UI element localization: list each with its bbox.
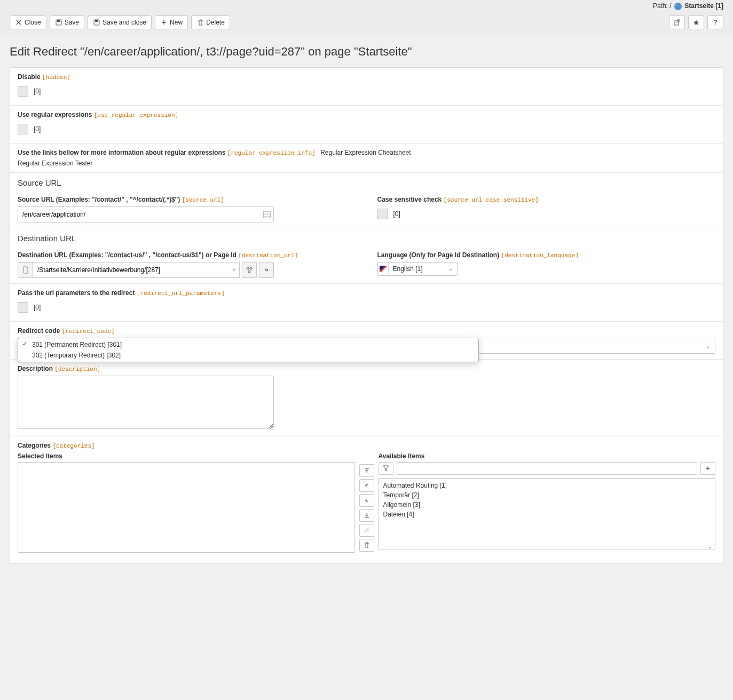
redirect-code-option[interactable]: 301 (Permanent Redirect) [301]: [18, 339, 478, 350]
source-url-input[interactable]: [18, 206, 274, 222]
globe-icon: [674, 3, 682, 10]
star-icon: [692, 19, 700, 26]
categories-meta: [categories]: [52, 443, 94, 449]
edit-item-button[interactable]: [359, 524, 374, 537]
description-textarea[interactable]: [18, 376, 274, 429]
close-button[interactable]: Close: [10, 15, 46, 29]
language-value: English [1]: [389, 262, 444, 275]
form-card: Disable [hidden] [0] Use regular express…: [10, 67, 723, 564]
help-button[interactable]: ?: [707, 15, 723, 29]
redirect-code-meta: [redirect_code]: [62, 328, 115, 335]
regex-info-meta: [regular_expression_info]: [227, 150, 316, 156]
clear-destination-button[interactable]: ×: [232, 266, 236, 274]
source-url-label: Source URL (Examples: "/contact/" , "^/c…: [18, 196, 180, 203]
flag-icon: [378, 263, 389, 275]
link-picker-button[interactable]: [259, 262, 274, 278]
save-icon: [55, 19, 62, 26]
move-up-button[interactable]: [359, 479, 374, 492]
list-item[interactable]: Dateien [4]: [381, 510, 713, 519]
open-new-window-button[interactable]: [669, 15, 685, 29]
categories-filter-input[interactable]: [397, 462, 698, 475]
pass-params-checkbox[interactable]: [18, 302, 28, 313]
redirect-code-select[interactable]: ⌄ 301 (Permanent Redirect) [301] 302 (Te…: [18, 338, 715, 354]
wizard-button[interactable]: [242, 262, 257, 278]
path-page-link[interactable]: Startseite [1]: [684, 2, 723, 10]
categories-available-list[interactable]: Automated Routing [1] Temporär [2] Allge…: [379, 478, 716, 550]
filter-toggle-button[interactable]: [379, 462, 393, 475]
trash-icon: [196, 19, 204, 26]
categories-selected-label: Selected Items: [18, 452, 355, 460]
destination-header: Destination URL: [10, 228, 723, 246]
move-bottom-button[interactable]: [359, 509, 374, 522]
close-icon: [15, 19, 22, 26]
regex-info-label: Use the links bellow for more informatio…: [18, 149, 225, 156]
list-item[interactable]: Temporär [2]: [381, 490, 713, 500]
bookmark-button[interactable]: [688, 15, 704, 29]
delete-label: Delete: [206, 19, 225, 26]
destination-language-select[interactable]: English [1] ⌄: [377, 262, 458, 276]
case-sensitive-label: Case sensitive check: [377, 196, 442, 203]
regex-meta: [use_regular_expression]: [94, 112, 178, 118]
help-icon: ?: [712, 19, 719, 26]
remove-item-button[interactable]: [359, 539, 374, 552]
svg-point-7: [248, 271, 250, 273]
list-item[interactable]: Automated Routing [1]: [381, 481, 713, 490]
chevron-down-icon: ⌄: [444, 266, 457, 272]
pass-params-value: [0]: [34, 304, 41, 311]
new-label: New: [170, 19, 183, 26]
list-item[interactable]: Allgemein [3]: [381, 500, 713, 510]
pass-params-label: Pass the url parameters to the redirect: [18, 289, 135, 297]
categories-selected-list[interactable]: [18, 462, 355, 553]
svg-point-6: [250, 267, 252, 269]
destination-input[interactable]: [33, 262, 240, 278]
path-sep: /: [669, 2, 671, 10]
svg-rect-3: [95, 20, 98, 22]
regex-checkbox[interactable]: [18, 124, 28, 134]
path-breadcrumb: Path: / Startseite [1]: [0, 0, 733, 12]
redirect-code-label: Redirect code: [18, 327, 60, 335]
new-button[interactable]: New: [155, 15, 188, 29]
destination-meta: [destination_url]: [238, 252, 298, 259]
delete-button[interactable]: Delete: [191, 15, 230, 29]
regex-cheatsheet-link[interactable]: Regular Expression Cheatsheet: [320, 149, 411, 156]
disable-value: [0]: [34, 88, 41, 95]
destination-lang-meta: [destination_language]: [501, 252, 579, 259]
filter-icon: [383, 465, 389, 472]
regex-tester-link[interactable]: Regular Expression Tester: [18, 160, 93, 167]
case-sensitive-checkbox[interactable]: [377, 209, 388, 219]
destination-lang-label: Language (Only for Page Id Destination): [377, 251, 500, 259]
external-link-icon: [673, 19, 681, 26]
page-icon: [18, 262, 33, 278]
regex-label: Use regular expressions: [18, 111, 92, 118]
svg-point-5: [247, 267, 249, 269]
chevron-down-icon: ⌄: [708, 544, 712, 550]
add-category-button[interactable]: +: [700, 462, 715, 475]
pass-params-meta: [redirect_url_parameters]: [137, 290, 225, 297]
save-label: Save: [65, 19, 79, 26]
save-button[interactable]: Save: [50, 15, 84, 29]
save-close-icon: [93, 19, 100, 26]
disable-meta: [hidden]: [42, 74, 70, 81]
svg-rect-1: [57, 20, 60, 22]
disable-checkbox[interactable]: [18, 86, 28, 97]
source-url-meta: [source_url]: [182, 197, 224, 203]
disable-label: Disable: [18, 73, 41, 81]
save-close-label: Save and close: [103, 19, 146, 26]
redirect-code-dropdown: 301 (Permanent Redirect) [301] 302 (Temp…: [18, 338, 479, 362]
regex-value: [0]: [34, 125, 41, 133]
description-meta: [description]: [54, 366, 100, 372]
categories-available-label: Available Items: [379, 452, 716, 460]
move-top-button[interactable]: [359, 464, 374, 477]
case-sensitive-meta: [source_url_case_sensitive]: [444, 197, 539, 203]
destination-label: Destination URL (Examples: "/contact-us/…: [18, 251, 237, 259]
move-down-button[interactable]: [359, 494, 374, 507]
page-title: Edit Redirect "/en/career/application/, …: [10, 35, 723, 67]
save-close-button[interactable]: Save and close: [88, 15, 152, 29]
redirect-code-option[interactable]: 302 (Temporary Redirect) [302]: [18, 350, 478, 361]
plus-icon: [160, 19, 168, 26]
description-label: Description: [18, 365, 53, 372]
toolbar: Close Save Save and close New Delete: [0, 12, 733, 35]
case-sensitive-value: [0]: [393, 210, 400, 218]
source-url-header: Source URL: [10, 172, 723, 190]
path-label: Path:: [653, 2, 668, 10]
